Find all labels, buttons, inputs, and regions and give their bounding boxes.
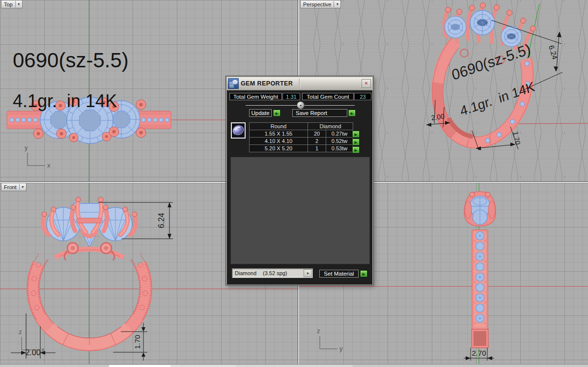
- viewport-title: Perspective: [301, 1, 334, 7]
- axis-indicator: z y: [317, 327, 343, 352]
- material-name: Diamond: [235, 270, 256, 276]
- ring-side-model: [464, 192, 496, 348]
- gem-table: Round Diamond 1.55 X 1.55 20 0.27tw 4.10…: [249, 122, 353, 152]
- gem-image: [232, 123, 245, 138]
- axis-label-x: x: [47, 162, 51, 169]
- chevron-down-icon[interactable]: ▼: [304, 269, 312, 277]
- gem-total-weight: 0.53tw: [326, 145, 353, 152]
- viewport-title: Front: [1, 184, 19, 190]
- table-row: 1.55 X 1.55 20 0.27tw: [250, 130, 353, 138]
- gem-reporter-icon: [228, 78, 239, 89]
- row-select-icon[interactable]: ▶: [352, 131, 360, 138]
- save-report-go-icon[interactable]: ▶: [348, 110, 356, 116]
- table-row: 5.20 X 5.20 1 0.53tw: [250, 145, 353, 152]
- axis-label-z: z: [19, 328, 22, 336]
- close-icon[interactable]: ×: [362, 79, 371, 88]
- row-select-icon[interactable]: ▶: [352, 146, 360, 153]
- annotation-line2: 4.1gr. in 14K: [13, 91, 129, 112]
- gem-count: 20: [308, 130, 326, 138]
- gem-size: 4.10 X 4.10: [250, 138, 308, 145]
- dialog-title: GEM REPORTER: [241, 80, 293, 87]
- material-density: (3.52 spg): [263, 270, 287, 276]
- titlebar-divider: [299, 79, 300, 88]
- total-gem-weight-value: 1.31: [282, 93, 300, 100]
- gem-total-weight: 0.27tw: [326, 130, 353, 138]
- report-display-area: [230, 157, 370, 264]
- dimension-label: 1.70: [511, 131, 522, 145]
- front-gems: [47, 203, 132, 247]
- dialog-titlebar[interactable]: GEM REPORTER ×: [227, 77, 372, 90]
- axis-label-y: y: [339, 345, 343, 352]
- viewport-menu-top[interactable]: Top ▼: [1, 0, 23, 8]
- total-gem-count-value: 23: [354, 93, 371, 100]
- set-material-go-icon[interactable]: ▶: [360, 270, 367, 277]
- gem-total-weight: 0.52tw: [326, 138, 353, 145]
- update-button[interactable]: Update: [249, 109, 272, 117]
- update-go-icon[interactable]: ▶: [273, 110, 280, 116]
- viewport-title: Top: [1, 1, 15, 7]
- annotation-line1: 0690(sz-5.5): [13, 48, 129, 73]
- model-annotation: 0690(sz-5.5) 4.1gr. in 14K: [13, 29, 129, 130]
- dimension-label: 6.24: [157, 213, 166, 228]
- floor-annotation-line1: 0690(sz-5.5): [450, 39, 532, 85]
- dimension-label: 2.00: [431, 112, 445, 121]
- status-strip: [0, 364, 588, 367]
- gem-size: 5.20 X 5.20: [250, 145, 308, 152]
- floor-annotation-line2: 4.1gr. in 14K: [459, 77, 541, 120]
- dialog-body: Total Gem Weight 1.31 Total Gem Count 23…: [227, 90, 372, 284]
- save-report-button[interactable]: Save Report: [292, 109, 347, 117]
- viewport-menu-front[interactable]: Front ▼: [1, 183, 27, 191]
- dimension-label: 6.24: [547, 44, 560, 60]
- material-header: Diamond: [308, 123, 353, 130]
- status-segment: [236, 365, 353, 367]
- axis-label-x: x: [41, 346, 45, 353]
- gem-table-header: Round Diamond: [250, 123, 353, 130]
- gem-size: 1.55 X 1.55: [250, 130, 308, 138]
- chevron-up-icon: ▲: [299, 104, 302, 107]
- total-gem-count-label: Total Gem Count: [302, 93, 354, 100]
- viewport-menu-perspective[interactable]: Perspective ▼: [300, 0, 341, 8]
- dimension-label: 2.70: [472, 349, 486, 357]
- row-select-icon[interactable]: ▶: [352, 139, 360, 145]
- status-segment: [109, 365, 170, 367]
- axis-label-z: z: [317, 327, 320, 335]
- chevron-down-icon: ▼: [15, 1, 22, 7]
- splitter-handle[interactable]: ▲: [297, 101, 305, 109]
- application-window: y x 0690(sz-5.5) 4.1gr. in 14K: [0, 0, 588, 367]
- status-segment: [170, 365, 236, 367]
- chevron-down-icon: ▼: [19, 184, 26, 190]
- dimension-label: 1.70: [133, 335, 141, 349]
- gem-preview-thumbnail: [231, 122, 246, 139]
- material-dropdown[interactable]: Diamond (3.52 spg) ▼: [232, 268, 313, 278]
- gem-reporter-dialog: GEM REPORTER × Total Gem Weight 1.31 Tot…: [226, 76, 373, 285]
- gem-count: 1: [308, 145, 326, 152]
- shape-header: Round: [250, 123, 308, 130]
- gem-count: 2: [308, 138, 326, 145]
- total-gem-weight-label: Total Gem Weight: [229, 93, 282, 100]
- set-material-button[interactable]: Set Material: [319, 270, 359, 278]
- table-row: 4.10 X 4.10 2 0.52tw: [250, 138, 353, 145]
- chevron-down-icon: ▼: [334, 1, 340, 7]
